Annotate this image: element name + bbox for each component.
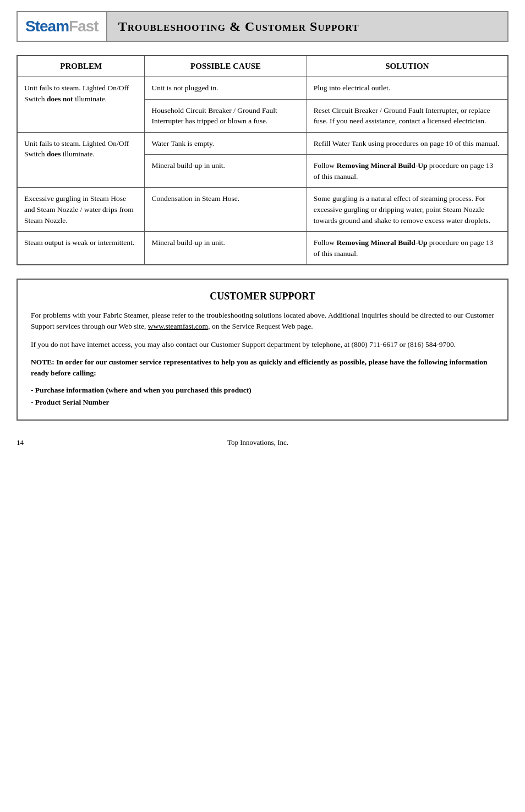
problem-bold-2: does	[47, 150, 61, 158]
logo-text: SteamFast	[25, 18, 99, 35]
support-link[interactable]: www.steamfast.com	[148, 322, 208, 330]
page-number: 14	[17, 438, 24, 447]
logo-fast: Fast	[69, 18, 99, 35]
page-footer: 14 Top Innovations, Inc.	[17, 434, 508, 447]
col-header-problem: PROBLEM	[17, 56, 145, 77]
support-note: NOTE: In order for our customer service …	[31, 357, 494, 379]
logo: SteamFast	[18, 12, 107, 41]
cause-cell-2a: Water Tank is empty.	[145, 132, 307, 155]
table-row: Steam output is weak or intermittent. Mi…	[17, 232, 508, 265]
support-title: CUSTOMER SUPPORT	[31, 291, 494, 302]
support-para-1: For problems with your Fabric Steamer, p…	[31, 310, 494, 333]
problem-cell-1: Unit fails to steam. Lighted On/Off Swit…	[17, 77, 145, 133]
problem-cell-3: Excessive gurgling in Steam Hose and Ste…	[17, 188, 145, 232]
bullet-1: - Purchase information (where and when y…	[31, 384, 494, 396]
page-title: Troubleshooting & Customer Support	[107, 12, 507, 41]
support-para-2: If you do not have internet access, you …	[31, 339, 494, 350]
company-name: Top Innovations, Inc.	[24, 438, 492, 447]
cause-cell-1a: Unit is not plugged in.	[145, 77, 307, 100]
logo-steam: Steam	[25, 18, 69, 35]
solution-cell-3a: Some gurgling is a natural effect of ste…	[307, 188, 508, 232]
table-row: Excessive gurgling in Steam Hose and Ste…	[17, 188, 508, 232]
solution-cell-2b: Follow Removing Mineral Build-Up procedu…	[307, 155, 508, 188]
table-row: Unit fails to steam. Lighted On/Off Swit…	[17, 132, 508, 155]
bullet-2: - Product Serial Number	[31, 396, 494, 408]
solution-cell-1b: Reset Circuit Breaker / Ground Fault Int…	[307, 99, 508, 132]
problem-cell-4: Steam output is weak or intermittent.	[17, 232, 145, 265]
cause-cell-2b: Mineral build-up in unit.	[145, 155, 307, 188]
cause-cell-4a: Mineral build-up in unit.	[145, 232, 307, 265]
col-header-solution: SOLUTION	[307, 56, 508, 77]
solution-cell-4a: Follow Removing Mineral Build-Up procedu…	[307, 232, 508, 265]
solution-bold-4a: Removing Mineral Build-Up	[336, 238, 427, 247]
customer-support-section: CUSTOMER SUPPORT For problems with your …	[17, 279, 508, 420]
support-bullets: - Purchase information (where and when y…	[31, 384, 494, 408]
solution-bold-2b: Removing Mineral Build-Up	[336, 161, 427, 170]
solution-cell-1a: Plug into electrical outlet.	[307, 77, 508, 100]
page-header: SteamFast Troubleshooting & Customer Sup…	[17, 11, 508, 42]
solution-cell-2a: Refill Water Tank using procedures on pa…	[307, 132, 508, 155]
troubleshooting-table: PROBLEM POSSIBLE CAUSE SOLUTION Unit fai…	[17, 55, 508, 265]
problem-cell-2: Unit fails to steam. Lighted On/Off Swit…	[17, 132, 145, 188]
cause-cell-3a: Condensation in Steam Hose.	[145, 188, 307, 232]
problem-bold-1: does not	[47, 95, 73, 103]
cause-cell-1b: Household Circuit Breaker / Ground Fault…	[145, 99, 307, 132]
col-header-cause: POSSIBLE CAUSE	[145, 56, 307, 77]
table-row: Unit fails to steam. Lighted On/Off Swit…	[17, 77, 508, 100]
